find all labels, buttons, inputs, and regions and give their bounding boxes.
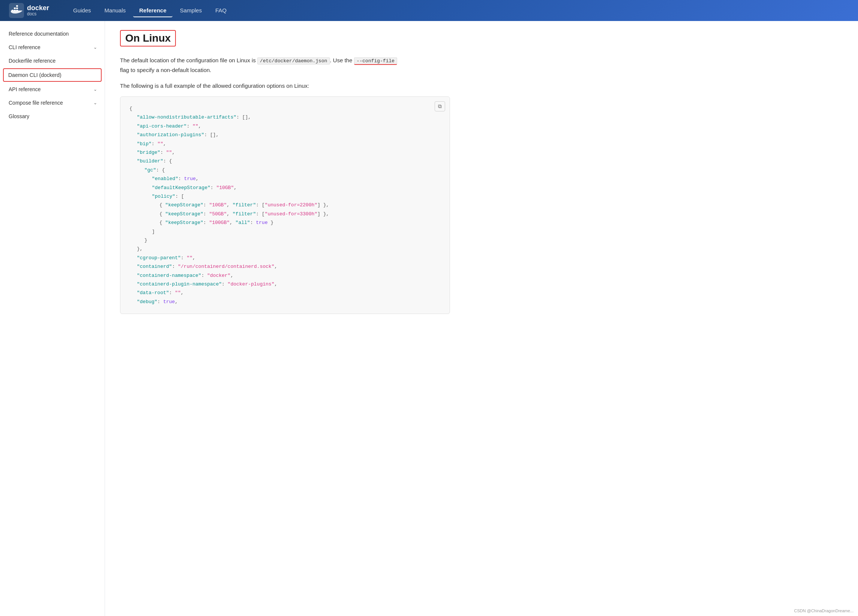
svg-rect-5 xyxy=(16,8,18,9)
code-line: }, xyxy=(129,244,441,253)
code-line: "allow-nondistributable-artifacts": [], xyxy=(129,113,441,121)
nav-guides[interactable]: Guides xyxy=(67,4,97,17)
nav-faq[interactable]: FAQ xyxy=(209,4,233,17)
code-line: { "keepStorage": "10GB", "filter": ["unu… xyxy=(129,201,441,209)
description-2: The following is a full example of the a… xyxy=(120,81,450,91)
docker-logo-icon xyxy=(9,3,24,18)
code-line: "gc": { xyxy=(129,166,441,174)
main-nav: Guides Manuals Reference Samples FAQ xyxy=(67,4,233,17)
code-line: "cgroup-parent": "", xyxy=(129,254,441,262)
description-1: The default location of the configuratio… xyxy=(120,56,450,75)
sidebar-item-daemon-cli[interactable]: Daemon CLI (dockerd) xyxy=(3,68,102,82)
code-line: { xyxy=(129,104,441,113)
code-line: "builder": { xyxy=(129,157,441,165)
svg-rect-4 xyxy=(14,8,16,9)
sidebar-item-reference-documentation[interactable]: Reference documentation xyxy=(0,27,105,40)
nav-reference[interactable]: Reference xyxy=(133,4,173,17)
code-line: "containerd-plugin-namespace": "docker-p… xyxy=(129,280,441,288)
code-line: "data-root": "", xyxy=(129,288,441,297)
logo: dockerdocs xyxy=(9,3,49,18)
config-file-flag-code: --config-file xyxy=(354,58,397,65)
sidebar-item-compose-file-reference[interactable]: Compose file reference ⌄ xyxy=(0,96,105,110)
code-line: "bip": "", xyxy=(129,140,441,148)
code-line: "bridge": "", xyxy=(129,148,441,157)
code-line: "defaultKeepStorage": "10GB", xyxy=(129,184,441,192)
code-line: "authorization-plugins": [], xyxy=(129,131,441,139)
chevron-down-icon: ⌄ xyxy=(93,45,97,50)
main-content: On Linux The default location of the con… xyxy=(105,21,465,616)
code-block: ⧉ { "allow-nondistributable-artifacts": … xyxy=(120,96,450,314)
chevron-down-icon: ⌄ xyxy=(93,87,97,92)
code-line: "policy": [ xyxy=(129,192,441,201)
nav-samples[interactable]: Samples xyxy=(174,4,208,17)
code-line: "enabled": true, xyxy=(129,174,441,183)
code-line: { "keepStorage": "50GB", "filter": ["unu… xyxy=(129,210,441,218)
code-line: "debug": true, xyxy=(129,297,441,306)
sidebar-item-glossary[interactable]: Glossary xyxy=(0,110,105,123)
code-line: "containerd": "/run/containerd/container… xyxy=(129,262,441,271)
copy-button[interactable]: ⧉ xyxy=(435,101,445,111)
code-line: ] xyxy=(129,227,441,236)
sidebar-item-cli-reference[interactable]: CLI reference ⌄ xyxy=(0,40,105,54)
watermark: CSDN @ChinaDragonDreame... xyxy=(794,608,853,613)
config-path-code: /etc/docker/daemon.json xyxy=(257,58,330,65)
svg-rect-6 xyxy=(16,5,18,7)
nav-manuals[interactable]: Manuals xyxy=(99,4,132,17)
logo-text: dockerdocs xyxy=(27,5,49,17)
code-line: { "keepStorage": "100GB", "all": true } xyxy=(129,218,441,227)
code-line: "api-cors-header": "", xyxy=(129,122,441,131)
chevron-down-icon: ⌄ xyxy=(93,100,97,106)
page-layout: Reference documentation CLI reference ⌄ … xyxy=(0,21,858,616)
sidebar-item-api-reference[interactable]: API reference ⌄ xyxy=(0,82,105,96)
sidebar-item-dockerfile-reference[interactable]: Dockerfile reference xyxy=(0,54,105,67)
sidebar: Reference documentation CLI reference ⌄ … xyxy=(0,21,105,616)
code-line: } xyxy=(129,236,441,244)
header: dockerdocs Guides Manuals Reference Samp… xyxy=(0,0,858,21)
code-content: { "allow-nondistributable-artifacts": []… xyxy=(129,104,441,306)
code-line: "containerd-namespace": "docker", xyxy=(129,271,441,280)
page-title: On Linux xyxy=(120,30,176,47)
